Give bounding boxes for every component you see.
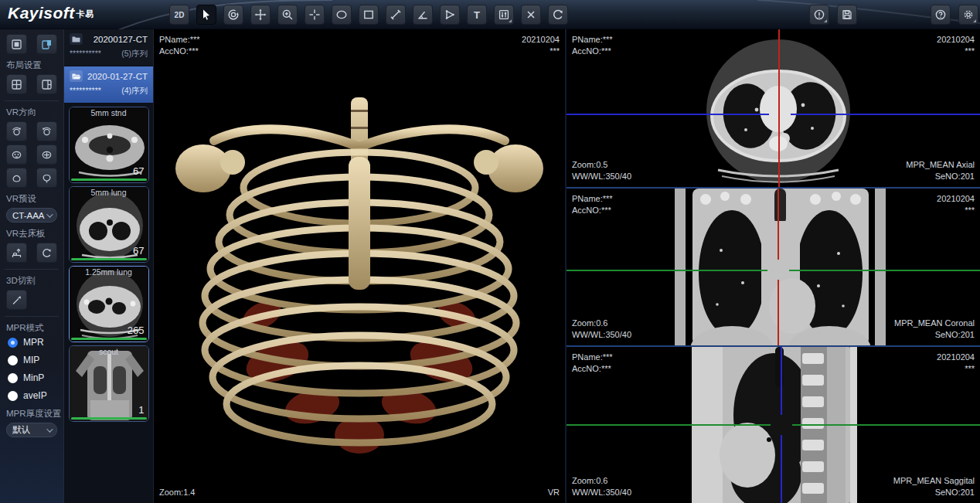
study-item-1[interactable]: 20200127-CT ********** (5)序列 [64, 29, 153, 66]
2d-view-label: 2D [175, 11, 185, 19]
coronal-mode-label: MPR_MEAN Coronal [894, 318, 975, 329]
grid-layout-button[interactable] [6, 74, 27, 94]
rectangle-icon [362, 8, 375, 21]
sagittal-acc-stars: *** [937, 363, 975, 375]
coronal-mode-overlay: MPR_MEAN Coronal SeNO:201 [894, 318, 975, 341]
axial-wwwl: WW/WL:350/40 [572, 171, 631, 182]
remove-bed-icon [11, 247, 22, 259]
info-icon [813, 8, 825, 21]
chevron-down-icon [46, 211, 53, 217]
thumbnail-label: 1.25mm lung [70, 267, 148, 277]
vr-preset-select[interactable]: CT-AAA [6, 208, 57, 223]
info-button[interactable] [809, 5, 829, 25]
vr-head-top-button[interactable] [6, 168, 27, 188]
cursor-icon [200, 8, 213, 21]
coronal-acc-stars: *** [937, 205, 975, 216]
thumbnail-image-count: 1 [138, 404, 144, 416]
text-tool-label: T [474, 9, 480, 21]
mpr-mode-radio-aveip[interactable]: aveIP [8, 390, 57, 401]
sagittal-crosshair-horizontal-green[interactable] [567, 424, 980, 426]
vr-zoom-overlay: Zoom:1.4 [159, 487, 195, 498]
study-patient-id: ********** [70, 49, 101, 59]
series-panel: 20200127-CT ********** (5)序列 2020-01-27-… [64, 29, 154, 503]
select-cursor-button[interactable] [196, 5, 216, 25]
axial-crosshair-horizontal-blue[interactable] [567, 114, 980, 115]
pan-icon [254, 8, 267, 21]
thumbnail-progress-bar [71, 338, 147, 340]
remove-bed-button[interactable] [6, 243, 27, 263]
axial-crosshair-vertical-red[interactable] [778, 29, 780, 187]
sidebar-divider [5, 269, 59, 270]
angle-measure-button[interactable] [413, 5, 433, 25]
scalpel-cut-button[interactable] [6, 290, 27, 310]
axial-mode-overlay: MPR_MEAN Axial SeNO:201 [906, 159, 975, 182]
viewport-mpr-sagittal[interactable]: PName:*** AccNO:*** 20210204 *** Zoom:0.… [567, 347, 980, 503]
scalpel-icon [11, 294, 22, 306]
coronal-accno: AccNO:*** [572, 205, 613, 216]
mpr-mode-section-label: MPR模式 [6, 322, 57, 334]
vr-rotate-right-button[interactable] [36, 121, 57, 141]
sidebar-divider [5, 316, 59, 317]
pan-button[interactable] [250, 5, 271, 25]
text-annotation-button[interactable]: T [467, 5, 487, 25]
coronal-crosshair-horizontal-green[interactable] [567, 270, 980, 271]
window-level-button[interactable] [494, 5, 514, 25]
length-measure-button[interactable] [386, 5, 406, 25]
vr-patient-overlay: PName:*** AccNO:*** [159, 34, 200, 57]
vr-bed-section-label: VR去床板 [6, 228, 57, 240]
settings-button[interactable] [958, 5, 978, 25]
series-thumbnail-5mm-stnd[interactable]: 5mm stnd 67 [69, 107, 149, 183]
sidebar-divider [5, 100, 59, 101]
mpr-mode-radio-minp[interactable]: MinP [8, 372, 57, 383]
thumbnail-progress-bar [71, 178, 147, 181]
2d-view-button[interactable]: 2D [169, 5, 189, 25]
coronal-study-date: 20210204 [937, 193, 975, 205]
sagittal-mode-overlay: MPR_MEAN Saggital SeNO:201 [893, 475, 975, 498]
viewport-vr[interactable]: PName:*** AccNO:*** 20210204 *** Zoom:1.… [154, 29, 565, 503]
thumbnail-image-count: 265 [128, 325, 145, 336]
mpr-mode-radio-mip[interactable]: MIP [8, 355, 57, 365]
study-item-2-selected[interactable]: 2020-01-27-CT ********** (4)序列 [64, 66, 153, 104]
coronal-crosshair-vertical-red[interactable] [778, 189, 779, 345]
mpr-thickness-select[interactable]: 默认 [6, 423, 57, 437]
polygon-measure-button[interactable] [440, 5, 460, 25]
viewport-mpr-axial[interactable]: PName:*** AccNO:*** 20210204 *** Zoom:0.… [567, 29, 980, 187]
delete-annotation-button[interactable] [521, 5, 541, 25]
coronal-date-overlay: 20210204 *** [937, 193, 975, 216]
save-button[interactable] [837, 5, 857, 25]
single-layout-button[interactable] [6, 34, 27, 54]
reset-icon [552, 8, 564, 21]
vr-rotate-left-button[interactable] [6, 121, 27, 141]
bed-reset-button[interactable] [36, 243, 57, 263]
split-layout-button[interactable] [36, 74, 57, 94]
series-thumbnail-1-25mm-lung[interactable]: 1.25mm lung 265 [69, 266, 149, 342]
radio-icon [8, 355, 18, 365]
mpr-mode-radio-mpr[interactable]: MPR [8, 337, 57, 348]
crosshair-button[interactable] [305, 5, 325, 25]
vr-direction-section-label: VR方向 [6, 107, 57, 118]
zoom-button[interactable] [277, 5, 298, 25]
app-logo: Kayisoft卡易 [8, 4, 94, 22]
axial-pname: PName:*** [572, 34, 613, 46]
vr-head-bottom-button[interactable] [36, 168, 57, 188]
help-button[interactable] [931, 5, 951, 25]
viewport-mpr-coronal[interactable]: PName:*** AccNO:*** 20210204 *** Zoom:0.… [567, 189, 980, 345]
left-tool-sidebar: 布局设置 VR方向 [0, 29, 64, 503]
rectangle-roi-button[interactable] [359, 5, 379, 25]
top-toolbar: Kayisoft卡易 2D [0, 0, 980, 29]
delete-x-icon [525, 8, 537, 21]
report-layout-button[interactable] [36, 34, 57, 54]
face-back-icon [41, 149, 53, 161]
mpr-mode-option-label: aveIP [23, 390, 47, 401]
vr-face-back-button[interactable] [36, 144, 57, 165]
reset-button[interactable] [548, 5, 568, 25]
save-icon [841, 8, 853, 21]
axial-date-overlay: 20210204 *** [937, 34, 975, 57]
series-thumbnail-scout[interactable]: scout 1 [69, 345, 149, 422]
rotate-3d-button[interactable] [223, 5, 243, 25]
ellipse-roi-button[interactable] [332, 5, 352, 25]
vr-preset-value: CT-AAA [12, 211, 45, 220]
vr-face-front-button[interactable] [6, 144, 27, 165]
series-thumbnail-5mm-lung[interactable]: 5mm lung 67 [69, 186, 149, 263]
vr-study-date: 20210204 [522, 34, 560, 46]
